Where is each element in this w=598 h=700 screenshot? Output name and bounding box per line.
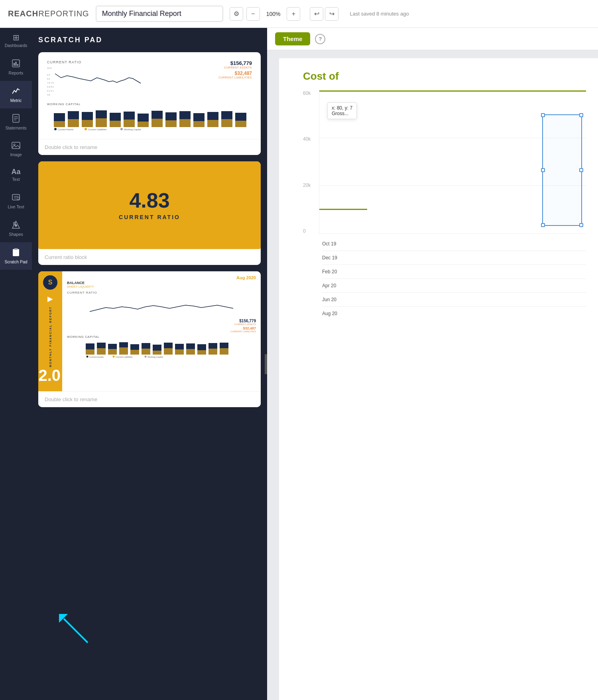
sidebar-item-live-text[interactable]: Live Text bbox=[0, 187, 32, 215]
zoom-level: 100% bbox=[263, 9, 284, 19]
handle-bl[interactable] bbox=[541, 223, 545, 227]
y-axis-labels: 60k 40k 20k 0 bbox=[303, 90, 319, 234]
svg-rect-67 bbox=[119, 347, 128, 355]
ratio-block: 4.83 CURRENT RATIO bbox=[38, 161, 261, 249]
svg-point-56 bbox=[85, 128, 87, 130]
redo-button[interactable]: ↪ bbox=[325, 7, 338, 21]
left-sidebar: ⊞ Dashboards Reports Metric Statements bbox=[0, 28, 32, 700]
selection-box[interactable] bbox=[542, 114, 582, 226]
sidebar-item-metric[interactable]: Metric bbox=[0, 81, 32, 108]
svg-rect-83 bbox=[209, 349, 217, 355]
undo-button[interactable]: ↩ bbox=[310, 7, 323, 21]
svg-rect-18 bbox=[14, 248, 18, 250]
panel-toggle-button[interactable]: ‹ bbox=[265, 354, 267, 374]
chart-main-title: Cost of bbox=[303, 70, 586, 82]
svg-rect-49 bbox=[207, 120, 218, 127]
svg-rect-17 bbox=[13, 249, 19, 256]
card3-label[interactable]: Double click to rename bbox=[38, 391, 261, 407]
y-label-60k: 60k bbox=[303, 90, 316, 96]
svg-rect-1 bbox=[14, 63, 15, 66]
sidebar-item-scratch-pad[interactable]: Scratch Pad bbox=[0, 242, 32, 270]
card1-value-main: $156,779 bbox=[218, 60, 252, 66]
svg-rect-53 bbox=[235, 121, 246, 127]
svg-text:Current Assets: Current Assets bbox=[89, 356, 104, 358]
sidebar-label-metric: Metric bbox=[10, 98, 22, 103]
date-label-apr20: Apr 20 bbox=[322, 279, 586, 293]
card1-label-main: CURRENT ASSETS bbox=[218, 66, 252, 69]
canvas-area: Theme ? Cost of 60k 40k 20k 0 bbox=[267, 28, 598, 700]
svg-rect-29 bbox=[68, 119, 79, 127]
sidebar-item-statements[interactable]: Statements bbox=[0, 108, 32, 136]
sidebar-item-reports[interactable]: Reports bbox=[0, 53, 32, 81]
scratch-card-3[interactable]: S ▶ MONTHLY FINANCIAL REPORT 2.0 Aug 202… bbox=[38, 271, 261, 407]
handle-tr[interactable] bbox=[579, 113, 583, 117]
handle-tl[interactable] bbox=[541, 113, 545, 117]
main-layout: ⊞ Dashboards Reports Metric Statements bbox=[0, 28, 598, 700]
handle-br[interactable] bbox=[579, 223, 583, 227]
scratch-pad-icon bbox=[12, 248, 20, 258]
help-button[interactable]: ? bbox=[315, 34, 325, 44]
svg-rect-45 bbox=[179, 119, 191, 127]
balance-subtitle2: WORKING CAPITAL bbox=[67, 335, 256, 339]
zoom-in-button[interactable]: + bbox=[287, 7, 300, 21]
scratch-pad-panel: SCRATCH PAD CURRENT RATIO 10.6 9.4 8.2 bbox=[32, 28, 267, 700]
svg-rect-69 bbox=[130, 350, 139, 355]
svg-text:Working Capital: Working Capital bbox=[124, 128, 141, 131]
svg-text:8.2: 8.2 bbox=[47, 78, 50, 80]
sidebar-item-dashboards[interactable]: ⊞ Dashboards bbox=[0, 28, 32, 53]
sidebar-label-reports: Reports bbox=[9, 71, 24, 75]
canvas-content: Cost of 60k 40k 20k 0 bbox=[267, 50, 598, 700]
svg-rect-77 bbox=[175, 349, 184, 355]
sidebar-item-image[interactable]: Image bbox=[0, 136, 32, 163]
card1-label[interactable]: Double click to rename bbox=[38, 139, 261, 155]
date-label-dec19: Dec 19 bbox=[322, 251, 586, 265]
card1-subtitle2: WORKING CAPITAL bbox=[47, 102, 252, 106]
svg-rect-39 bbox=[138, 122, 149, 127]
scratch-card-1[interactable]: CURRENT RATIO 10.6 9.4 8.2 7.8 7.0 6.9 6… bbox=[38, 52, 261, 155]
canvas-toolbar: Theme ? bbox=[267, 28, 598, 50]
svg-line-92 bbox=[64, 619, 88, 643]
settings-button[interactable]: ⚙ bbox=[230, 7, 243, 21]
svg-rect-43 bbox=[165, 120, 177, 127]
svg-point-90 bbox=[145, 356, 147, 358]
balance-right-content: Aug 2020 BALANCE SHEET LIQUIDITY CURRENT… bbox=[62, 271, 261, 391]
saved-status: Last saved 8 minutes ago bbox=[350, 11, 409, 17]
svg-rect-47 bbox=[193, 121, 205, 127]
svg-text:10.6: 10.6 bbox=[47, 67, 52, 69]
handle-ml[interactable] bbox=[541, 168, 545, 172]
svg-text:5.2 5.1: 5.2 5.1 bbox=[47, 90, 54, 92]
sidebar-item-shapes[interactable]: Shapes bbox=[0, 215, 32, 242]
live-text-icon bbox=[12, 193, 20, 203]
zoom-toolbar: ⚙ − 100% + bbox=[230, 7, 301, 21]
svg-point-54 bbox=[54, 128, 57, 130]
svg-rect-13 bbox=[17, 197, 19, 200]
date-label-aug20: Aug 20 bbox=[322, 307, 586, 320]
svg-rect-79 bbox=[186, 349, 195, 355]
chart1-title: CURRENT RATIO bbox=[47, 60, 143, 64]
balance-card-inner: S ▶ MONTHLY FINANCIAL REPORT 2.0 Aug 202… bbox=[38, 271, 261, 391]
svg-rect-35 bbox=[110, 121, 121, 127]
handle-mr[interactable] bbox=[579, 168, 583, 172]
report-title-input[interactable] bbox=[96, 6, 223, 22]
svg-rect-65 bbox=[108, 349, 117, 355]
balance-line-chart bbox=[67, 296, 256, 318]
balance-bar-chart: Current Assets Current Liabilities Worki… bbox=[67, 339, 256, 359]
scratch-panel-title: SCRATCH PAD bbox=[38, 34, 261, 46]
zoom-out-button[interactable]: − bbox=[246, 7, 260, 21]
balance-value-main: $156,779 bbox=[230, 319, 256, 323]
balance-date: Aug 2020 bbox=[236, 275, 256, 280]
scratch-card-2[interactable]: 4.83 CURRENT RATIO Current ratio block bbox=[38, 161, 261, 265]
date-label-oct19: Oct 19 bbox=[322, 237, 586, 251]
svg-text:7.8 7.0: 7.8 7.0 bbox=[47, 82, 54, 84]
svg-rect-63 bbox=[97, 348, 106, 355]
theme-button[interactable]: Theme bbox=[275, 32, 310, 45]
report-page: Cost of 60k 40k 20k 0 bbox=[279, 58, 598, 700]
balance-label-secondary: CURRENT LIABILITIES bbox=[230, 330, 256, 333]
sidebar-item-text[interactable]: Aa Text bbox=[0, 163, 32, 187]
card2-label[interactable]: Current ratio block bbox=[38, 249, 261, 265]
svg-rect-37 bbox=[124, 120, 135, 127]
date-label-jun20: Jun 20 bbox=[322, 293, 586, 307]
chart-lines: x: 80, y: 7 Gross... bbox=[319, 90, 586, 234]
sidebar-label-statements: Statements bbox=[5, 125, 26, 130]
svg-rect-85 bbox=[220, 348, 228, 355]
